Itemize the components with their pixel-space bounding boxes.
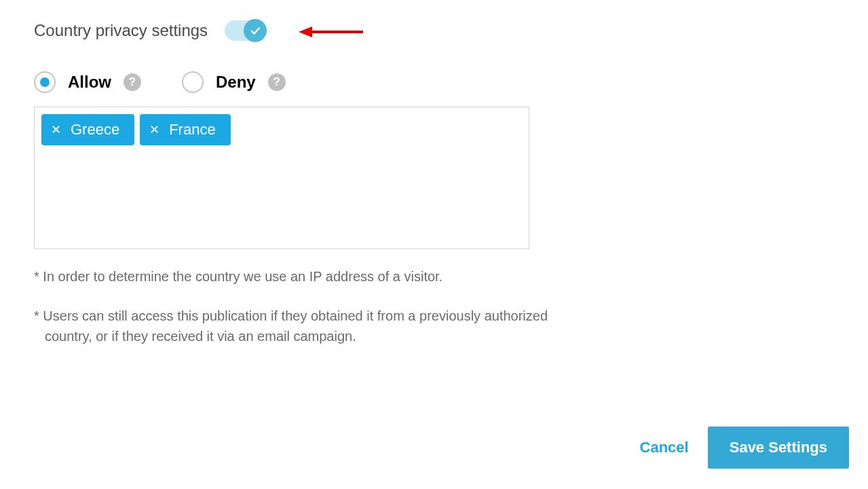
country-tag-label: Greece (71, 121, 119, 139)
radio-label-deny: Deny (216, 73, 256, 92)
radio-deny[interactable]: Deny ? (182, 71, 286, 93)
help-icon[interactable]: ? (268, 73, 286, 91)
toggle-knob (244, 19, 267, 42)
disclaimer-ip: * In order to determine the country we u… (34, 266, 563, 287)
radio-allow[interactable]: Allow ? (34, 71, 141, 93)
cancel-button[interactable]: Cancel (640, 439, 689, 456)
check-icon (249, 24, 261, 37)
radio-label-allow: Allow (68, 73, 111, 92)
close-icon[interactable]: ✕ (51, 124, 61, 136)
country-tag: ✕France (140, 114, 230, 145)
country-tag: ✕Greece (41, 114, 134, 145)
dialog-buttons: Cancel Save Settings (640, 427, 849, 469)
radio-circle-deny (182, 71, 204, 93)
save-settings-button[interactable]: Save Settings (708, 427, 849, 469)
mode-radio-group: Allow ? Deny ? (34, 71, 834, 93)
country-tag-label: France (169, 121, 215, 139)
privacy-toggle[interactable] (225, 20, 265, 41)
radio-circle-allow (34, 71, 56, 93)
section-title: Country privacy settings (34, 21, 208, 40)
close-icon[interactable]: ✕ (149, 124, 159, 136)
help-icon[interactable]: ? (124, 73, 141, 91)
country-tag-container[interactable]: ✕Greece✕France (34, 107, 529, 249)
disclaimer-access: * Users can still access this publicatio… (34, 306, 563, 346)
